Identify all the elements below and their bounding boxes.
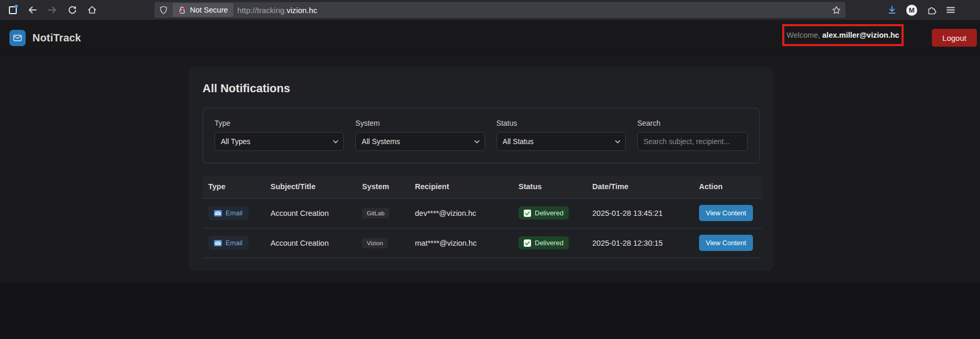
filter-bar: Type All Types System All Systems Status… (202, 108, 760, 163)
status-filter-label: Status (497, 119, 626, 127)
page-title: All Notifications (202, 67, 760, 108)
datetime-cell: 2025-01-28 13:45:21 (587, 198, 693, 228)
brand: NotiTrack (0, 30, 81, 46)
action-cell: View Content (693, 198, 762, 228)
view-content-button[interactable]: View Content (699, 205, 753, 221)
shield-icon[interactable] (159, 5, 168, 15)
email-icon (214, 210, 222, 216)
search-input[interactable] (637, 132, 748, 151)
recipient-cell: dev****@vizion.hc (409, 198, 513, 228)
view-content-button[interactable]: View Content (699, 235, 753, 251)
subject-cell: Account Creation (265, 198, 356, 228)
column-header-date-time: Date/Time (587, 176, 693, 198)
status-cell: Delivered (513, 228, 587, 258)
search-filter-label: Search (637, 119, 748, 127)
action-cell: View Content (693, 228, 762, 258)
bookmark-star-icon[interactable] (831, 5, 841, 15)
reload-button[interactable] (65, 3, 80, 17)
back-arrow-icon (27, 5, 38, 15)
datetime-cell: 2025-01-28 12:30:15 (587, 228, 693, 258)
app-logo (9, 30, 26, 46)
home-icon (87, 5, 97, 15)
app-title: NotiTrack (32, 32, 81, 44)
annotation-highlight-box: Welcome, alex.miller@vizion.hc (782, 24, 904, 46)
type-cell: Email (202, 198, 265, 228)
system-badge: GitLab (362, 208, 389, 218)
window-tab-icon[interactable] (5, 3, 20, 17)
status-select[interactable]: All Status (497, 132, 626, 151)
extensions-puzzle-icon[interactable] (926, 5, 937, 15)
url-text: http://tracking.vizion.hc (238, 6, 318, 15)
main-content: All Notifications Type All Types System … (0, 56, 980, 283)
system-filter-label: System (355, 119, 485, 127)
check-icon (524, 210, 531, 217)
downloads-icon[interactable] (887, 5, 897, 15)
column-header-status: Status (513, 176, 587, 198)
home-button[interactable] (85, 3, 99, 17)
account-avatar[interactable]: M (906, 5, 917, 16)
table-row: Email Account Creation GitLab dev****@vi… (202, 198, 762, 228)
delivered-status-badge: Delivered (519, 206, 569, 220)
notifications-table: TypeSubject/TitleSystemRecipientStatusDa… (202, 176, 762, 258)
app-header: NotiTrack Welcome, alex.miller@vizion.hc… (0, 20, 980, 56)
column-header-recipient: Recipient (409, 176, 513, 198)
system-cell: Vizion (356, 228, 409, 258)
delivered-status-badge: Delivered (519, 236, 569, 249)
check-icon (524, 239, 531, 247)
forward-button (45, 3, 60, 17)
recipient-cell: mat****@vizion.hc (409, 228, 513, 258)
email-icon (214, 240, 222, 246)
column-header-type: Type (202, 176, 265, 198)
system-badge: Vizion (362, 238, 388, 248)
table-header-row: TypeSubject/TitleSystemRecipientStatusDa… (202, 176, 762, 198)
type-select[interactable]: All Types (215, 132, 344, 151)
envelope-icon (13, 33, 22, 43)
welcome-text: Welcome, alex.miller@vizion.hc (786, 31, 899, 39)
system-cell: GitLab (356, 198, 409, 228)
user-email: alex.miller@vizion.hc (823, 31, 899, 39)
type-cell: Email (202, 228, 265, 258)
system-select[interactable]: All Systems (355, 132, 485, 151)
column-header-action: Action (693, 176, 762, 198)
notifications-card: All Notifications Type All Types System … (189, 67, 773, 271)
url-bar[interactable]: Not Secure http://tracking.vizion.hc (154, 2, 846, 18)
notification-dot (15, 5, 18, 8)
logout-button[interactable]: Logout (932, 29, 977, 47)
email-type-badge: Email (208, 206, 249, 220)
table-row: Email Account Creation Vizion mat****@vi… (202, 228, 762, 258)
back-button[interactable] (25, 3, 40, 17)
forward-arrow-icon (47, 5, 58, 15)
status-cell: Delivered (513, 198, 587, 228)
reload-icon (67, 5, 77, 15)
email-type-badge: Email (208, 236, 249, 250)
browser-toolbar: Not Secure http://tracking.vizion.hc M (0, 0, 980, 20)
insecure-lock-icon (178, 6, 186, 15)
subject-cell: Account Creation (265, 228, 356, 258)
column-header-system: System (356, 176, 409, 198)
security-chip-label: Not Secure (190, 6, 228, 14)
table-body: Email Account Creation GitLab dev****@vi… (202, 198, 762, 258)
column-header-subject-title: Subject/Title (265, 176, 356, 198)
security-chip[interactable]: Not Secure (173, 3, 233, 17)
type-filter-label: Type (215, 119, 344, 127)
menu-hamburger-icon[interactable] (945, 5, 956, 15)
page-background (0, 283, 980, 339)
